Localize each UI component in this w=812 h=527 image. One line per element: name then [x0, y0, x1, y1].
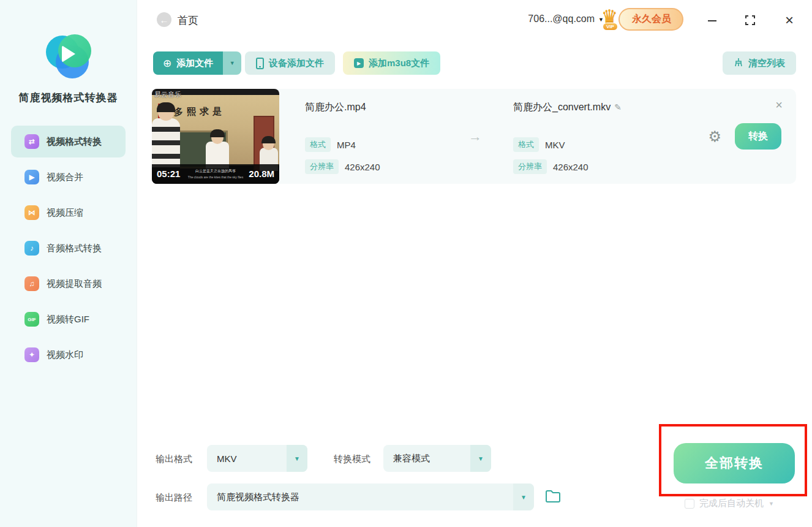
output-path-value: 简鹿视频格式转换器 — [207, 491, 513, 503]
auto-shutdown-checkbox[interactable] — [685, 499, 694, 509]
account-email: 706...@qq.com — [528, 13, 595, 24]
add-file-dropdown[interactable]: ▼ — [223, 51, 241, 75]
chevron-down-icon: ▼ — [230, 60, 235, 66]
convert-mode-select[interactable]: 兼容模式 ▼ — [383, 445, 491, 472]
back-arrow-icon: ← — [160, 15, 169, 25]
arrow-right-icon: → — [463, 129, 487, 145]
format-tag: 格式 — [305, 137, 331, 152]
format-tag: 格式 — [513, 137, 539, 152]
target-filename: 简鹿办公_convert.mkv✎ — [513, 101, 671, 114]
source-info: 简鹿办公.mp4 格式 MP4 分辨率 426x240 — [279, 89, 463, 184]
add-m3u8-label: 添加m3u8文件 — [369, 58, 429, 69]
source-resolution-value: 426x240 — [345, 162, 380, 172]
chevron-down-icon[interactable]: ▼ — [769, 501, 774, 507]
vip-badge[interactable]: ♛ VIP 永久会员 — [600, 7, 683, 31]
output-path-select[interactable]: 简鹿视频格式转换器 ▼ — [207, 483, 534, 510]
sidebar-item-video-to-gif[interactable]: GIF 视频转GIF — [11, 303, 126, 335]
sidebar-item-video-format-convert[interactable]: ⇄ 视频格式转换 — [11, 126, 126, 157]
auto-shutdown-option: 完成后自动关机 ▼ — [685, 498, 774, 509]
sidebar-item-extract-audio[interactable]: ♫ 视频提取音频 — [11, 268, 126, 300]
sidebar-item-video-watermark[interactable]: ✦ 视频水印 — [11, 339, 126, 371]
sidebar-item-label: 视频提取音频 — [47, 278, 102, 290]
remove-file-icon[interactable]: × — [775, 99, 783, 111]
add-file-label: 添加文件 — [176, 58, 213, 69]
output-format-value: MKV — [207, 453, 287, 464]
sidebar-item-label: 视频压缩 — [47, 207, 83, 219]
thumbnail-watermark: 易云音乐 — [154, 90, 181, 99]
resolution-tag: 分辨率 — [513, 159, 547, 174]
target-resolution-value: 426x240 — [553, 162, 588, 172]
video-duration: 05:21 — [157, 169, 180, 179]
convert-button[interactable]: 转换 — [735, 123, 781, 150]
video-convert-icon: ⇄ — [24, 134, 39, 149]
auto-shutdown-label: 完成后自动关机 — [699, 498, 764, 509]
output-format-select[interactable]: MKV ▼ — [207, 445, 307, 472]
banner-text: 多熙求是 — [174, 105, 225, 118]
app-title: 简鹿视频格式转换器 — [0, 91, 137, 105]
maximize-icon — [745, 15, 756, 26]
video-compress-icon: ⋈ — [24, 205, 39, 220]
topbar: ← 首页 706...@qq.com▼ ♛ VIP 永久会员 × — [137, 0, 812, 39]
audio-convert-icon: ♪ — [24, 241, 39, 256]
device-add-label: 设备添加文件 — [269, 58, 324, 69]
vip-mini-label: VIP — [603, 23, 618, 31]
convert-mode-label: 转换模式 — [334, 453, 370, 465]
sidebar-item-label: 视频水印 — [47, 349, 83, 361]
back-button[interactable]: ← — [157, 12, 171, 27]
sidebar-item-video-compress[interactable]: ⋈ 视频压缩 — [11, 197, 126, 229]
vip-label: 永久会员 — [618, 8, 683, 31]
plus-circle-icon: ⊕ — [163, 57, 171, 70]
account-menu[interactable]: 706...@qq.com▼ — [528, 13, 604, 25]
crown-icon: ♛ VIP — [600, 7, 625, 31]
app-logo-icon — [45, 32, 92, 80]
output-path-label: 输出路径 — [156, 492, 192, 504]
sidebar-item-video-merge[interactable]: ▶ 视频合并 — [11, 161, 126, 193]
app-logo: 简鹿视频格式转换器 — [0, 0, 137, 105]
file-row: 多熙求是 易云音乐 白云是蓝天正在放的风筝 The clouds are the… — [152, 89, 796, 184]
sidebar-item-audio-format-convert[interactable]: ♪ 音频格式转换 — [11, 232, 126, 264]
target-format-value: MKV — [545, 140, 565, 150]
add-m3u8-button[interactable]: ▶ 添加m3u8文件 — [343, 51, 440, 75]
edit-pencil-icon[interactable]: ✎ — [614, 102, 622, 112]
add-file-button[interactable]: ⊕ 添加文件 ▼ — [153, 51, 241, 75]
gif-icon: GIF — [24, 312, 39, 327]
sidebar-item-label: 视频转GIF — [47, 314, 89, 325]
chevron-down-icon: ▼ — [513, 483, 534, 510]
toolbar: ⊕ 添加文件 ▼ 设备添加文件 ▶ 添加m3u8文件 清空列表 — [137, 51, 812, 76]
extract-audio-icon: ♫ — [24, 276, 39, 291]
phone-icon — [256, 58, 264, 69]
thumbnail-scene: 多熙求是 — [152, 95, 279, 165]
convert-all-button[interactable]: 全部转换 — [674, 443, 795, 483]
sidebar-item-label: 音频格式转换 — [47, 243, 102, 254]
video-filesize: 20.8M — [249, 169, 274, 179]
page-title: 首页 — [178, 13, 198, 28]
clear-list-label: 清空列表 — [748, 58, 785, 69]
convert-mode-value: 兼容模式 — [383, 453, 470, 464]
sidebar: 简鹿视频格式转换器 ⇄ 视频格式转换 ▶ 视频合并 ⋈ 视频压缩 ♪ 音频格式转… — [0, 0, 137, 527]
close-icon: × — [785, 12, 794, 29]
sidebar-menu: ⇄ 视频格式转换 ▶ 视频合并 ⋈ 视频压缩 ♪ 音频格式转换 ♫ 视频提取音频… — [0, 126, 137, 371]
resolution-tag: 分辨率 — [305, 159, 339, 174]
clear-list-button[interactable]: 清空列表 — [723, 51, 796, 75]
output-format-label: 输出格式 — [156, 453, 192, 465]
watermark-icon: ✦ — [24, 347, 39, 362]
source-filename: 简鹿办公.mp4 — [305, 101, 463, 114]
minimize-button[interactable] — [704, 12, 720, 28]
maximize-button[interactable] — [742, 12, 758, 28]
target-info: 简鹿办公_convert.mkv✎ 格式 MKV 分辨率 426x240 — [487, 89, 671, 184]
device-add-file-button[interactable]: 设备添加文件 — [245, 51, 335, 75]
close-button[interactable]: × — [781, 12, 797, 28]
chevron-down-icon: ▼ — [470, 445, 491, 472]
source-format-value: MP4 — [337, 140, 356, 150]
sidebar-item-label: 视频格式转换 — [47, 136, 102, 148]
video-file-icon: ▶ — [354, 58, 364, 68]
folder-icon[interactable] — [545, 489, 561, 506]
gear-icon[interactable]: ⚙ — [708, 128, 721, 145]
chevron-down-icon: ▼ — [287, 445, 307, 472]
sidebar-item-label: 视频合并 — [47, 172, 83, 183]
play-icon — [62, 45, 75, 63]
app-window: { "app": { "title": "简鹿视频格式转换器" }, "topb… — [0, 0, 812, 527]
video-thumbnail[interactable]: 多熙求是 易云音乐 白云是蓝天正在放的风筝 The clouds are the… — [152, 89, 279, 184]
video-merge-icon: ▶ — [24, 170, 39, 184]
minimize-icon — [707, 15, 718, 26]
